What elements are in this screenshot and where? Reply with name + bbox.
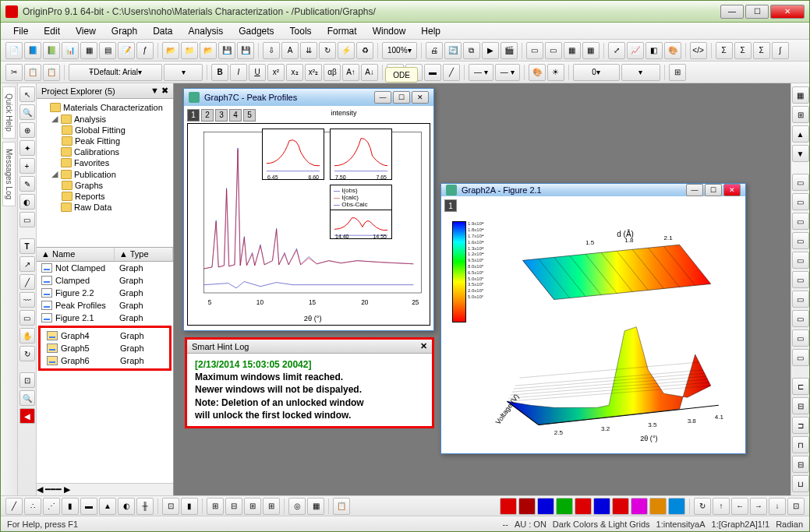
dash-select[interactable]: — ▾ [495, 64, 520, 81]
graph7c-content[interactable]: 1 2 3 4 5 intensity [184, 106, 433, 330]
zoom-tool[interactable]: 🔍 [19, 104, 35, 120]
layout6-button[interactable]: ▭ [792, 271, 809, 288]
3d-btn7[interactable] [612, 498, 629, 515]
rot-right-button[interactable]: → [750, 498, 767, 515]
menu-view[interactable]: View [69, 24, 102, 38]
symbol-select[interactable]: ▾ [621, 64, 660, 81]
image-plot-button[interactable]: ▦ [307, 498, 324, 515]
3d-btn3[interactable] [537, 498, 554, 515]
close-button[interactable]: ✕ [723, 184, 741, 196]
mask-tool[interactable]: ◐ [19, 194, 35, 210]
close-button[interactable]: ✕ [412, 91, 429, 104]
layout7-button[interactable]: ▭ [792, 291, 809, 308]
pin-icon[interactable]: ▼ ✖ [150, 86, 168, 95]
3d-btn2[interactable] [518, 498, 536, 515]
reader-tool[interactable]: ⊕ [19, 122, 35, 138]
3d-btn5[interactable] [575, 498, 592, 515]
area-plot-button[interactable]: ▲ [99, 498, 116, 515]
layout10-button[interactable]: ▭ [792, 349, 809, 366]
open-excel-button[interactable]: 📂 [200, 42, 217, 59]
fill-color-button[interactable]: ▬ [424, 64, 441, 81]
fit-button[interactable]: ⊡ [787, 498, 805, 515]
pan-tool[interactable]: ✋ [19, 328, 35, 344]
screen-reader-tool[interactable]: + [19, 158, 35, 174]
new-func-button[interactable]: ƒ [136, 42, 154, 59]
3d-btn8[interactable] [631, 498, 648, 515]
menu-file[interactable]: File [7, 24, 34, 38]
obj-manager-button[interactable]: ▦ [792, 86, 809, 104]
add-plot-button[interactable]: 📈 [627, 42, 644, 59]
tab-4[interactable]: 4 [229, 109, 242, 122]
arrow-tool[interactable]: ↗ [19, 256, 35, 272]
new-workbook-button[interactable]: 📘 [24, 42, 41, 59]
recalc-button[interactable]: ♻ [356, 42, 373, 59]
group-button[interactable]: ⊞ [792, 106, 809, 123]
text-tool[interactable]: T [19, 238, 35, 254]
merge-button[interactable]: ▦ [582, 42, 600, 59]
sum-button[interactable]: Σ [734, 42, 752, 59]
menu-data[interactable]: Data [147, 24, 179, 38]
list-scrollbar[interactable]: ◀ ━━━ ▶ [37, 483, 173, 495]
code-builder-button[interactable]: </> [690, 42, 707, 59]
layout5-button[interactable]: ▭ [792, 252, 809, 269]
list-item[interactable]: ClampedGraph [37, 274, 173, 287]
new-layout-button[interactable]: ▤ [99, 42, 116, 59]
tree-reports[interactable]: Reports [40, 191, 170, 202]
smart-hint-close[interactable]: ✕ [420, 341, 427, 351]
print-button[interactable]: 🖨 [426, 42, 443, 59]
draw-tool[interactable]: ✎ [19, 176, 35, 192]
home-button[interactable]: ◀ [19, 408, 35, 424]
rotate-tool[interactable]: ↻ [19, 346, 35, 361]
scatter-plot-button[interactable]: ∴ [24, 498, 41, 515]
align-bot-button[interactable]: ⊔ [792, 475, 809, 492]
min-button[interactable]: — [374, 91, 391, 104]
tree-graphs[interactable]: Graphs [40, 180, 170, 191]
align-top-button[interactable]: ⊓ [792, 436, 809, 453]
align-right-button[interactable]: ⊐ [792, 417, 809, 434]
rot-up-button[interactable]: ↑ [713, 498, 730, 515]
line-style-button[interactable]: ╱ [443, 64, 460, 81]
save-button[interactable]: 💾 [218, 42, 235, 59]
fit-button[interactable]: ∫ [772, 42, 789, 59]
cut-button[interactable]: ✂ [5, 64, 23, 81]
pointer-tool[interactable]: ↖ [19, 86, 35, 102]
peak-profile-chart[interactable]: 2θ (°) 5 10 15 20 25 6.45 6.60 [187, 123, 430, 326]
layer-button[interactable]: ▭ [526, 42, 543, 59]
zoom-select[interactable]: 100% ▾ [382, 42, 417, 59]
tab-1[interactable]: 1 [444, 199, 457, 212]
list-body[interactable]: Not ClampedGraph ClampedGraph Figure 2.2… [37, 262, 173, 483]
import-multi-button[interactable]: ⇊ [300, 42, 317, 59]
rot-down-button[interactable]: ↓ [769, 498, 786, 515]
italic-button[interactable]: I [230, 64, 247, 81]
menu-edit[interactable]: Edit [37, 24, 66, 38]
bold-button[interactable]: B [211, 64, 228, 81]
menu-tools[interactable]: Tools [284, 24, 318, 38]
3d-btn6[interactable] [593, 498, 610, 515]
template-button[interactable]: 📋 [333, 498, 350, 515]
reset-rot-button[interactable]: ↻ [694, 498, 711, 515]
list-item[interactable]: Figure 2.2Graph [37, 287, 173, 299]
tree-global-fitting[interactable]: Global Fitting [40, 125, 170, 136]
menu-format[interactable]: Format [321, 24, 363, 38]
list-item[interactable]: Peak ProfilesGraph [37, 299, 173, 312]
palette-button[interactable]: 🎨 [529, 64, 546, 81]
new-excel-button[interactable]: 📗 [43, 42, 60, 59]
tree-raw-data[interactable]: Raw Data [40, 202, 170, 213]
panel3-button[interactable]: ⊞ [244, 498, 261, 515]
zoom-in-button[interactable]: 🔍 [19, 390, 35, 406]
color-button[interactable]: 🎨 [664, 42, 681, 59]
bar-plot-button[interactable]: ▬ [80, 498, 97, 515]
region-tool[interactable]: ▭ [19, 212, 35, 227]
tab-5[interactable]: 5 [243, 109, 256, 122]
anti-alias-button[interactable]: ⊞ [669, 64, 686, 81]
batch-button[interactable]: ⚡ [338, 42, 355, 59]
save-template-button[interactable]: 💾 [237, 42, 254, 59]
extract-button[interactable]: ▦ [564, 42, 581, 59]
layout1-button[interactable]: ▭ [792, 174, 809, 191]
data-selector-tool[interactable]: ✦ [19, 140, 35, 156]
open-button[interactable]: 📂 [162, 42, 179, 59]
greek-button[interactable]: αβ [324, 64, 341, 81]
subscript-button[interactable]: x₂ [286, 64, 303, 81]
list-item[interactable]: Graph5Graph [42, 342, 168, 354]
maximize-button[interactable]: ☐ [745, 5, 769, 19]
